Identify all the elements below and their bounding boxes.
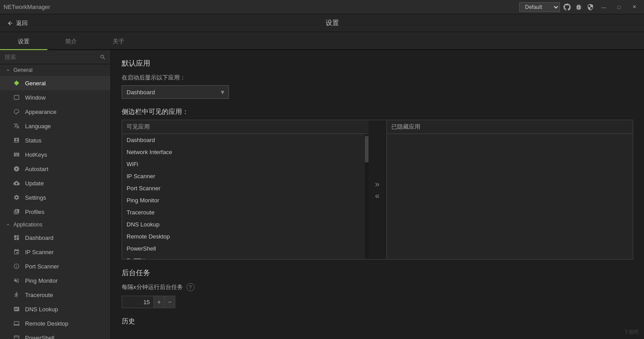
sidebar-item-dns-lookup[interactable]: DNS Lookup: [0, 302, 110, 316]
sidebar-dashboard-label: Dashboard: [25, 234, 54, 241]
sidebar-ip-scanner-label: IP Scanner: [25, 249, 54, 255]
sidebar-language-label: Language: [25, 123, 51, 130]
stepper-value: 15: [122, 296, 153, 308]
search-box: [0, 50, 110, 64]
history-title: 历史: [122, 317, 633, 326]
sidebar-group-applications[interactable]: Applications: [0, 219, 110, 230]
sidebar-item-ip-scanner[interactable]: IP Scanner: [0, 245, 110, 259]
profile-dropdown[interactable]: Default: [519, 2, 560, 12]
back-label: 返回: [16, 19, 28, 27]
list-item[interactable]: IP Scanner: [122, 170, 369, 182]
sidebar-item-status[interactable]: Status: [0, 133, 110, 147]
titlebar: NETworkManager Default — □: [0, 0, 644, 14]
diamond-icon: [13, 79, 21, 87]
default-apps-section: 默认应用 在启动后显示以下应用： Dashboard IP Scanner Po…: [122, 59, 633, 108]
list-item[interactable]: PowerShell: [122, 243, 369, 255]
sidebar-item-profiles[interactable]: Profiles: [0, 205, 110, 219]
titlebar-left: NETworkManager: [4, 4, 50, 10]
help-icon[interactable]: ?: [186, 283, 195, 291]
content-area: 默认应用 在启动后显示以下应用： Dashboard IP Scanner Po…: [111, 50, 644, 339]
sidebar-item-language[interactable]: Language: [0, 119, 110, 133]
sidebar-powershell-label: PowerShell: [25, 335, 55, 339]
autostart-icon: [13, 165, 21, 173]
header-title: 设置: [28, 19, 637, 27]
list-item[interactable]: Remote Desktop: [122, 230, 369, 243]
list-item[interactable]: Port Scanner: [122, 182, 369, 194]
hidden-apps-col: 已隐藏应用: [386, 120, 633, 259]
back-button[interactable]: 返回: [7, 19, 28, 27]
sidebar-item-appearance[interactable]: Appearance: [0, 105, 110, 119]
profiles-icon: [13, 208, 21, 216]
tab-settings[interactable]: 设置: [0, 34, 47, 50]
sidebar-item-settings[interactable]: Settings: [0, 190, 110, 205]
header: 返回 设置: [0, 14, 644, 32]
maximize-button[interactable]: □: [613, 3, 625, 12]
minimize-button[interactable]: —: [597, 3, 610, 12]
traceroute-icon: [13, 291, 21, 299]
visible-apps-list: Dashboard Network Interface WiFi IP Scan…: [122, 134, 369, 259]
sidebar-item-hotkeys[interactable]: HotKeys: [0, 147, 110, 162]
shield-icon[interactable]: [586, 3, 595, 12]
sidebar-item-powershell[interactable]: PowerShell: [0, 331, 110, 339]
appearance-icon: [13, 108, 21, 116]
tab-about-intro[interactable]: 简介: [47, 34, 95, 49]
stepper-increment[interactable]: +: [153, 296, 164, 308]
general-group-label: General: [13, 67, 33, 73]
sidebar-settings-label: Settings: [25, 194, 46, 201]
sidebar-item-autostart[interactable]: Autostart: [0, 162, 110, 176]
watermark: 下载吧: [624, 329, 639, 335]
sidebar-profiles-label: Profiles: [25, 209, 44, 215]
hidden-apps-header: 已隐藏应用: [387, 120, 633, 134]
tab-about[interactable]: 关于: [95, 34, 142, 49]
powershell-icon: [13, 334, 21, 339]
sidebar-general-label: General: [25, 80, 46, 87]
sidebar-item-dashboard[interactable]: Dashboard: [0, 230, 110, 245]
dashboard-icon: [13, 234, 21, 242]
sidebar-window-label: Window: [25, 94, 46, 101]
list-item[interactable]: PuTTY: [122, 255, 369, 259]
chevron-up-icon: [5, 67, 11, 73]
tabs-bar: 设置 简介 关于: [0, 32, 644, 50]
search-input[interactable]: [4, 54, 97, 60]
port-scanner-icon: [13, 262, 21, 270]
sidebar-status-label: Status: [25, 137, 42, 144]
bug-icon[interactable]: [574, 3, 583, 12]
sidebar-traceroute-label: Traceroute: [25, 292, 53, 298]
close-button[interactable]: ✕: [628, 3, 640, 12]
list-item[interactable]: WiFi: [122, 158, 369, 170]
list-item[interactable]: Dashboard: [122, 134, 369, 146]
startup-dropdown[interactable]: Dashboard IP Scanner Port Scanner Networ…: [122, 85, 229, 99]
status-icon: [13, 136, 21, 144]
remote-desktop-icon: [13, 319, 21, 327]
sidebar-item-remote-desktop[interactable]: Remote Desktop: [0, 316, 110, 331]
ping-monitor-icon: [13, 276, 21, 285]
window-icon: [13, 93, 21, 101]
sidebar-item-general[interactable]: General: [0, 76, 110, 90]
sidebar-general-section: General General Window: [0, 64, 110, 219]
sidebar-group-general[interactable]: General: [0, 64, 110, 76]
applications-group-label: Applications: [13, 222, 42, 228]
github-icon[interactable]: [563, 3, 572, 12]
sidebar-item-window[interactable]: Window: [0, 90, 110, 105]
list-item[interactable]: Traceroute: [122, 206, 369, 218]
move-right-button[interactable]: »: [375, 180, 379, 188]
sidebar-item-update[interactable]: Update: [0, 176, 110, 190]
list-scrollbar[interactable]: [365, 134, 369, 259]
list-item[interactable]: Ping Monitor: [122, 194, 369, 206]
search-icon: [100, 54, 106, 60]
move-left-button[interactable]: «: [375, 192, 379, 200]
sidebar-apps-section: 侧边栏中可见的应用： 可见应用 Dashboard Network Interf…: [122, 108, 633, 259]
sidebar-dns-lookup-label: DNS Lookup: [25, 306, 58, 313]
list-item[interactable]: Network Interface: [122, 146, 369, 158]
sidebar-item-traceroute[interactable]: Traceroute: [0, 288, 110, 302]
startup-label: 在启动后显示以下应用：: [122, 74, 633, 82]
sidebar: General General Window: [0, 50, 111, 339]
sidebar-autostart-label: Autostart: [25, 166, 48, 172]
sidebar-port-scanner-label: Port Scanner: [25, 263, 59, 270]
titlebar-right: Default — □ ✕: [519, 2, 640, 12]
sidebar-item-port-scanner[interactable]: Port Scanner: [0, 259, 110, 273]
bg-tasks-section: 后台任务 每隔x分钟运行后台任务 ? 15 + −: [122, 268, 633, 308]
sidebar-item-ping-monitor[interactable]: Ping Monitor: [0, 273, 110, 288]
list-item[interactable]: DNS Lookup: [122, 218, 369, 230]
stepper-decrement[interactable]: −: [164, 296, 175, 308]
